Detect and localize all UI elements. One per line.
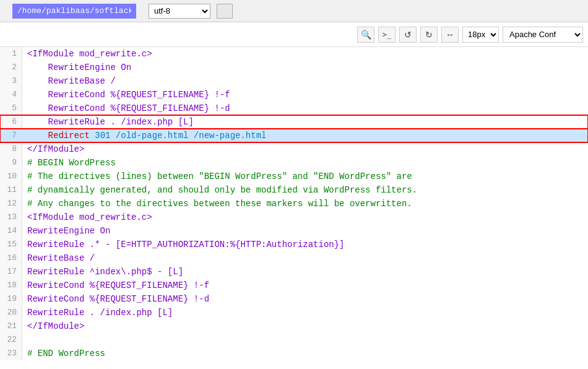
table-row: 19RewriteCond %{REQUEST_FILENAME} !-d [0,292,588,306]
line-number: 11 [0,183,22,197]
line-number: 16 [0,251,22,265]
table-row: 7 Redirect 301 /old-page.html /new-page.… [0,129,588,142]
undo-icon: ↺ [404,30,412,40]
terminal-button[interactable]: >_ [378,27,396,43]
line-number: 6 [0,115,22,129]
line-number: 18 [0,279,22,292]
line-number: 4 [0,88,22,102]
encoding-select[interactable]: utf-8 [149,4,210,19]
redo-icon: ↻ [425,30,433,40]
line-content: RewriteBase / [22,251,588,265]
code-editor[interactable]: 1<IfModule mod_rewrite.c>2 RewriteEngine… [0,47,588,369]
table-row: 16RewriteBase / [0,251,588,265]
line-number: 14 [0,224,22,238]
terminal-icon: >_ [383,30,391,39]
table-row: 23# END WordPress [0,347,588,360]
table-row: 9# BEGIN WordPress [0,156,588,170]
line-number: 12 [0,197,22,211]
table-row: 13<IfModule mod_rewrite.c> [0,211,588,224]
line-content: RewriteRule . /index.php [L] [22,306,588,319]
table-row: 22 [0,333,588,347]
line-content: </IfModule> [22,142,588,156]
search-button[interactable]: 🔍 [357,27,374,43]
line-number: 8 [0,142,22,156]
line-number: 23 [0,347,22,360]
wrap-button[interactable]: ↔ [441,27,459,43]
line-number: 15 [0,238,22,251]
toolbar: 🔍 >_ ↺ ↻ ↔ 18px Apache Conf [0,22,588,47]
line-number: 13 [0,211,22,224]
line-content: RewriteCond %{REQUEST_FILENAME} !-d [22,102,588,115]
table-row: 15RewriteRule .* - [E=HTTP_AUTHORIZATION… [0,238,588,251]
line-content: RewriteRule ^index\.php$ - [L] [22,265,588,279]
table-row: 14RewriteEngine On [0,224,588,238]
syntax-select[interactable]: Apache Conf [503,27,583,43]
table-row: 6 RewriteRule . /index.php [L] [0,115,588,129]
line-content: # BEGIN WordPress [22,156,588,170]
redo-button[interactable]: ↻ [420,27,438,43]
search-icon: 🔍 [361,30,371,40]
reopen-button[interactable] [217,4,233,19]
line-content: RewriteCond %{REQUEST_FILENAME} !-d [22,292,588,306]
wrap-icon: ↔ [446,30,454,40]
table-row: 21</IfModule> [0,319,588,333]
line-content: </IfModule> [22,319,588,333]
line-content: RewriteBase / [22,74,588,88]
line-number: 5 [0,102,22,115]
table-row: 4 RewriteCond %{REQUEST_FILENAME} !-f [0,88,588,102]
table-row: 1<IfModule mod_rewrite.c> [0,47,588,61]
line-content [22,333,588,347]
line-number: 7 [0,129,22,142]
line-content: # Any changes to the directives between … [22,197,588,211]
line-content: RewriteEngine On [22,224,588,238]
line-content: # END WordPress [22,347,588,360]
line-content: RewriteRule . /index.php [L] [22,115,588,129]
line-content: # dynamically generated, and should only… [22,183,588,197]
undo-button[interactable]: ↺ [399,27,417,43]
line-number: 19 [0,292,22,306]
line-content: Redirect 301 /old-page.html /new-page.ht… [22,129,588,142]
table-row: 12# Any changes to the directives betwee… [0,197,588,211]
line-content: <IfModule mod_rewrite.c> [22,47,588,61]
line-content: # The directives (lines) between "BEGIN … [22,170,588,183]
table-row: 18RewriteCond %{REQUEST_FILENAME} !-f [0,279,588,292]
table-row: 3 RewriteBase / [0,74,588,88]
line-number: 9 [0,156,22,170]
table-row: 5 RewriteCond %{REQUEST_FILENAME} !-d [0,102,588,115]
line-number: 17 [0,265,22,279]
line-content: RewriteEngine On [22,61,588,74]
line-number: 21 [0,319,22,333]
table-row: 10# The directives (lines) between "BEGI… [0,170,588,183]
line-content: <IfModule mod_rewrite.c> [22,211,588,224]
table-row: 11# dynamically generated, and should on… [0,183,588,197]
line-content: RewriteRule .* - [E=HTTP_AUTHORIZATION:%… [22,238,588,251]
top-bar: utf-8 [0,0,588,22]
table-row: 17RewriteRule ^index\.php$ - [L] [0,265,588,279]
line-number: 3 [0,74,22,88]
table-row: 2 RewriteEngine On [0,61,588,74]
line-content: RewriteCond %{REQUEST_FILENAME} !-f [22,88,588,102]
line-number: 1 [0,47,22,61]
filepath-input[interactable] [12,4,136,19]
table-row: 8</IfModule> [0,142,588,156]
line-number: 22 [0,333,22,347]
line-number: 20 [0,306,22,319]
line-number: 10 [0,170,22,183]
font-size-select[interactable]: 18px [462,27,499,43]
table-row: 20RewriteRule . /index.php [L] [0,306,588,319]
line-number: 2 [0,61,22,74]
line-content: RewriteCond %{REQUEST_FILENAME} !-f [22,279,588,292]
